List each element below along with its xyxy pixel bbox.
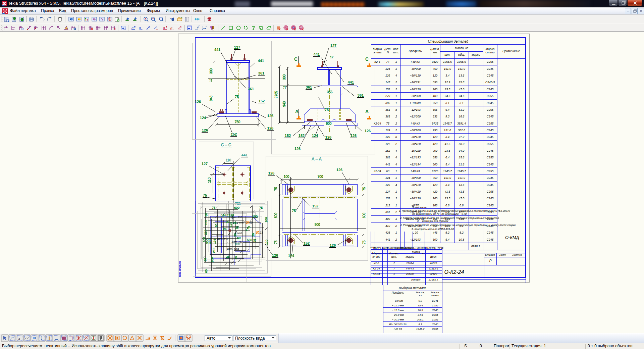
svg-text:900: 900 bbox=[433, 197, 437, 200]
svg-text:8.2: 8.2 bbox=[460, 231, 464, 234]
svg-text:Профиль: Профиль bbox=[409, 49, 422, 53]
svg-text:22520: 22520 bbox=[429, 272, 437, 276]
svg-text:2: 2 bbox=[395, 142, 397, 146]
svg-text:С245: С245 bbox=[487, 231, 494, 234]
svg-text:900: 900 bbox=[326, 122, 332, 126]
svg-text:1. Предельные отклонения от ге: 1. Предельные отклонения от геометрическ… bbox=[399, 209, 510, 212]
svg-text:305: 305 bbox=[385, 101, 390, 105]
svg-text:428: 428 bbox=[385, 231, 390, 234]
svg-text:1: 1 bbox=[395, 231, 397, 234]
svg-text:2: 2 bbox=[395, 122, 397, 125]
svg-text:361: 361 bbox=[358, 93, 364, 97]
svg-text:С: С bbox=[294, 56, 298, 62]
svg-text:С255: С255 bbox=[487, 108, 494, 111]
svg-text:600: 600 bbox=[362, 212, 366, 218]
svg-text:С245: С245 bbox=[487, 101, 494, 105]
svg-text:47.0: 47.0 bbox=[459, 88, 465, 91]
svg-text:1966.5: 1966.5 bbox=[443, 60, 452, 63]
svg-text:I 40 К3: I 40 К3 bbox=[411, 122, 420, 125]
svg-text:Марки: Марки bbox=[406, 255, 414, 258]
svg-text:С245: С245 bbox=[487, 204, 494, 207]
svg-text:127: 127 bbox=[385, 190, 390, 193]
svg-text:мм: мм bbox=[433, 51, 437, 54]
svg-text:общ.: общ. bbox=[458, 53, 465, 56]
svg-text:750: 750 bbox=[433, 67, 437, 70]
svg-text:Примечание: Примечание bbox=[502, 49, 520, 53]
svg-text:1966.5: 1966.5 bbox=[457, 60, 466, 63]
svg-text:151.0: 151.0 bbox=[444, 176, 451, 180]
svg-text:9785: 9785 bbox=[274, 91, 278, 98]
svg-text:1: 1 bbox=[395, 176, 397, 180]
svg-text:441: 441 bbox=[314, 52, 320, 56]
svg-text:356: 356 bbox=[433, 108, 437, 111]
svg-text:2: 2 bbox=[395, 224, 397, 228]
svg-text:− 30.0 мм: − 30.0 мм bbox=[392, 318, 404, 321]
svg-text:152: 152 bbox=[231, 132, 237, 136]
svg-text:− 8.0 мм: − 8.0 мм bbox=[392, 299, 403, 302]
svg-text:Дет. 152: Дет. 152 bbox=[231, 216, 242, 219]
svg-text:С255: С255 bbox=[487, 190, 494, 193]
svg-text:25: 25 bbox=[235, 226, 239, 229]
svg-text:126: 126 bbox=[202, 128, 208, 132]
svg-text:1: 1 bbox=[393, 272, 395, 276]
svg-text:С255: С255 bbox=[432, 318, 438, 321]
svg-text:900: 900 bbox=[433, 88, 437, 91]
svg-text:126: 126 bbox=[267, 126, 273, 130]
svg-text:75: 75 bbox=[362, 187, 366, 191]
svg-text:127: 127 bbox=[202, 162, 208, 166]
svg-text:420: 420 bbox=[433, 190, 437, 193]
svg-text:152: 152 bbox=[385, 197, 390, 200]
svg-text:126: 126 bbox=[325, 135, 331, 139]
svg-text:Итого:: Итого: bbox=[411, 278, 420, 281]
svg-text:26: 26 bbox=[233, 221, 237, 225]
svg-text:a: a bbox=[18, 336, 20, 340]
svg-text:3891.4: 3891.4 bbox=[457, 122, 466, 125]
svg-text:1: 1 bbox=[395, 190, 397, 193]
svg-text:60: 60 bbox=[204, 269, 208, 273]
svg-text:25: 25 bbox=[253, 239, 256, 243]
svg-text:750: 750 bbox=[235, 202, 241, 206]
svg-text:2: 2 bbox=[395, 197, 397, 200]
svg-text:С245: С245 bbox=[487, 183, 494, 187]
svg-text:212: 212 bbox=[385, 204, 390, 207]
svg-text:−30*900: −30*900 bbox=[410, 129, 421, 132]
svg-text:147: 147 bbox=[385, 81, 390, 84]
svg-text:4: 4 bbox=[395, 163, 397, 166]
svg-text:124: 124 bbox=[288, 254, 294, 258]
svg-text:5.4: 5.4 bbox=[445, 163, 449, 166]
svg-text:I 40 К3: I 40 К3 bbox=[411, 169, 420, 173]
svg-text:8.1: 8.1 bbox=[418, 323, 422, 326]
svg-text:900: 900 bbox=[315, 223, 320, 227]
svg-text:2: 2 bbox=[395, 115, 397, 118]
svg-text:550: 550 bbox=[247, 238, 252, 242]
svg-text:363: 363 bbox=[385, 115, 390, 118]
svg-text:0.8: 0.8 bbox=[418, 299, 422, 302]
svg-text:N: N bbox=[387, 51, 389, 54]
svg-text:441: 441 bbox=[258, 59, 264, 63]
svg-text:25: 25 bbox=[223, 227, 227, 231]
svg-text:С255: С255 bbox=[432, 304, 438, 307]
svg-text:К2-6: К2-6 bbox=[374, 262, 379, 265]
svg-text:1: 1 bbox=[395, 94, 397, 98]
svg-text:31113.6: 31113.6 bbox=[429, 267, 438, 270]
svg-text:С245: С245 bbox=[432, 299, 438, 302]
svg-text:К2-24: К2-24 bbox=[373, 267, 380, 270]
svg-text:18.6: 18.6 bbox=[459, 115, 465, 118]
svg-text:441: 441 bbox=[214, 48, 220, 52]
svg-text:600: 600 bbox=[274, 212, 278, 218]
svg-text:100: 100 bbox=[252, 214, 258, 218]
svg-text:60: 60 bbox=[237, 236, 241, 240]
svg-text:75: 75 bbox=[386, 122, 389, 125]
svg-text:152: 152 bbox=[259, 99, 265, 103]
svg-text:С245: С245 bbox=[487, 67, 494, 70]
svg-text:75: 75 bbox=[212, 206, 216, 209]
svg-text:2: 2 bbox=[395, 81, 397, 84]
svg-text:К2-6: К2-6 bbox=[374, 60, 380, 63]
svg-text:Кол.: Кол. bbox=[393, 47, 399, 51]
svg-text:27.2: 27.2 bbox=[459, 135, 465, 139]
svg-text:О-К2-24: О-К2-24 bbox=[444, 269, 464, 275]
svg-text:Всех: Всех bbox=[430, 255, 437, 258]
svg-text:− 20.0 мм: − 20.0 мм bbox=[392, 313, 404, 316]
svg-text:2: 2 bbox=[395, 88, 397, 91]
svg-text:К2-34: К2-34 bbox=[373, 272, 380, 276]
